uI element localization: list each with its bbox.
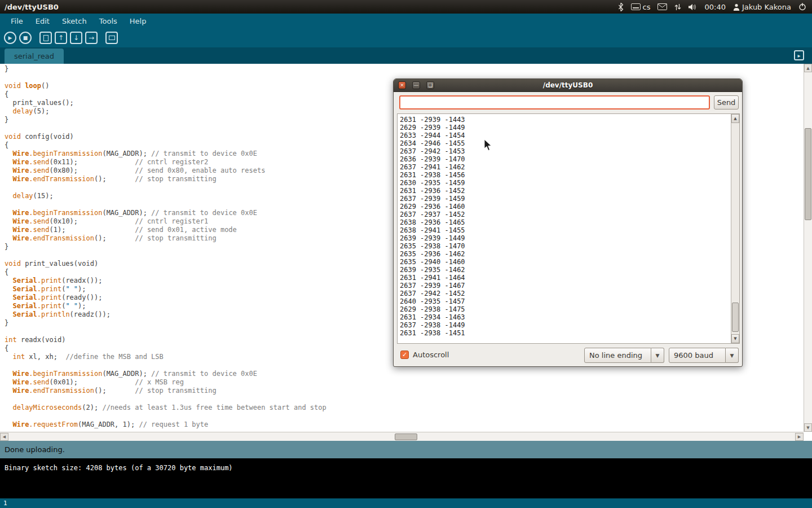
tab-serial-read[interactable]: serial_read xyxy=(5,49,64,64)
chevron-down-icon[interactable]: ▼ xyxy=(651,348,664,363)
close-icon[interactable]: ✕ xyxy=(398,81,406,89)
keyboard-icon xyxy=(631,3,641,10)
menu-file[interactable]: File xyxy=(5,15,29,28)
serial-input[interactable] xyxy=(399,95,710,110)
network-icon[interactable] xyxy=(674,3,681,11)
scroll-up-arrow[interactable]: ▲ xyxy=(804,64,812,72)
maximize-icon[interactable]: ❑ xyxy=(426,81,434,89)
send-button[interactable]: Send xyxy=(714,95,739,110)
menubar: File Edit Sketch Tools Help xyxy=(0,14,812,28)
save-button[interactable]: ↓ xyxy=(70,32,82,44)
status-bar: Done uploading. xyxy=(0,441,812,458)
serial-monitor-button[interactable] xyxy=(105,32,118,44)
console-text: Binary sketch size: 4208 bytes (of a 307… xyxy=(5,464,233,472)
editor-vertical-scrollbar[interactable]: ▲ ▼ xyxy=(804,64,812,432)
serial-scrollbar-thumb[interactable] xyxy=(732,303,739,332)
new-sketch-button[interactable] xyxy=(39,32,52,44)
keyboard-layout-indicator[interactable]: cs xyxy=(631,3,651,11)
upload-button[interactable]: → xyxy=(85,32,98,44)
mouse-cursor xyxy=(484,139,492,154)
user-icon xyxy=(733,3,740,11)
line-ending-value: No line ending xyxy=(584,348,651,363)
line-number: 1 xyxy=(3,500,7,507)
code-line xyxy=(5,412,804,421)
baud-rate-dropdown[interactable]: 9600 baud ▼ xyxy=(669,348,739,363)
status-message: Done uploading. xyxy=(5,445,65,454)
scroll-right-arrow[interactable]: ▶ xyxy=(795,433,804,441)
code-line: Wire.send(0x01); // x MSB reg xyxy=(5,378,804,387)
stop-button[interactable]: ■ xyxy=(19,32,32,44)
code-line xyxy=(5,395,804,404)
open-button[interactable]: ↑ xyxy=(55,32,67,44)
serial-scroll-down-arrow[interactable]: ▼ xyxy=(731,334,739,343)
serial-monitor-title: /dev/ttyUSB0 xyxy=(394,79,742,92)
editor-horizontal-scrollbar[interactable]: ◀ ▶ xyxy=(0,432,804,441)
autoscroll-label: Autoscroll xyxy=(413,351,449,360)
toolbar: ▶ ■ ↑ ↓ → xyxy=(0,28,812,47)
console-output: Binary sketch size: 4208 bytes (of a 307… xyxy=(0,458,812,498)
menu-sketch[interactable]: Sketch xyxy=(56,15,93,28)
code-line: delayMicroseconds(2); //needs at least 1… xyxy=(5,404,804,412)
serial-monitor-window: /dev/ttyUSB0 ✕ — ❑ Send 2631 -2939 -1443… xyxy=(393,78,743,367)
serial-monitor-icon xyxy=(109,36,115,40)
horizontal-scrollbar-thumb[interactable] xyxy=(395,433,417,440)
user-name-label: Jakub Kakona xyxy=(742,3,791,11)
volume-icon[interactable] xyxy=(689,3,697,11)
clock-indicator[interactable]: 00:40 xyxy=(704,3,725,11)
code-line: } xyxy=(5,65,804,73)
verify-button[interactable]: ▶ xyxy=(4,32,16,44)
chevron-down-icon[interactable]: ▼ xyxy=(726,348,739,363)
menu-tools[interactable]: Tools xyxy=(93,15,123,28)
top-panel: /dev/ttyUSB0 cs 00:40 Jakub Kakona xyxy=(0,0,812,14)
serial-scroll-up-arrow[interactable]: ▲ xyxy=(731,114,739,123)
serial-monitor-titlebar[interactable]: /dev/ttyUSB0 ✕ — ❑ xyxy=(394,79,742,92)
panel-indicators: cs 00:40 Jakub Kakona xyxy=(618,3,812,11)
bluetooth-icon[interactable] xyxy=(618,3,624,11)
code-line: Wire.requestFrom(MAG_ADDR, 1); // reques… xyxy=(5,421,804,429)
line-ending-dropdown[interactable]: No line ending ▼ xyxy=(584,348,664,363)
session-power-icon[interactable] xyxy=(798,3,806,11)
menu-help[interactable]: Help xyxy=(123,15,153,28)
serial-output-scrollbar[interactable]: ▲ ▼ xyxy=(731,114,739,343)
keyboard-layout-label: cs xyxy=(643,3,651,11)
tab-menu-button[interactable]: ▸ xyxy=(794,50,804,60)
serial-output[interactable]: 2631 -2939 -1443 2629 -2939 -1449 2633 -… xyxy=(398,114,731,343)
minimize-icon[interactable]: — xyxy=(412,81,420,89)
mail-icon[interactable] xyxy=(657,3,667,10)
menu-edit[interactable]: Edit xyxy=(29,15,56,28)
footer-line-indicator: 1 xyxy=(0,498,812,508)
code-line: Wire.endTransmission(); // stop transmit… xyxy=(5,387,804,395)
vertical-scrollbar-thumb[interactable] xyxy=(805,128,811,220)
autoscroll-checkbox[interactable]: ✓ xyxy=(400,351,409,359)
scroll-down-arrow[interactable]: ▼ xyxy=(804,423,812,432)
user-menu[interactable]: Jakub Kakona xyxy=(733,3,791,11)
baud-rate-value: 9600 baud xyxy=(669,348,726,363)
scroll-left-arrow[interactable]: ◀ xyxy=(0,433,8,441)
serial-output-area: 2631 -2939 -1443 2629 -2939 -1449 2633 -… xyxy=(397,113,740,344)
code-line: Wire.beginTransmission(MAG_ADDR); // tra… xyxy=(5,370,804,378)
panel-window-title: /dev/ttyUSB0 xyxy=(5,3,59,11)
window-controls: ✕ — ❑ xyxy=(398,81,434,89)
new-page-icon xyxy=(43,35,48,41)
tabbar: serial_read ▸ xyxy=(0,47,812,64)
